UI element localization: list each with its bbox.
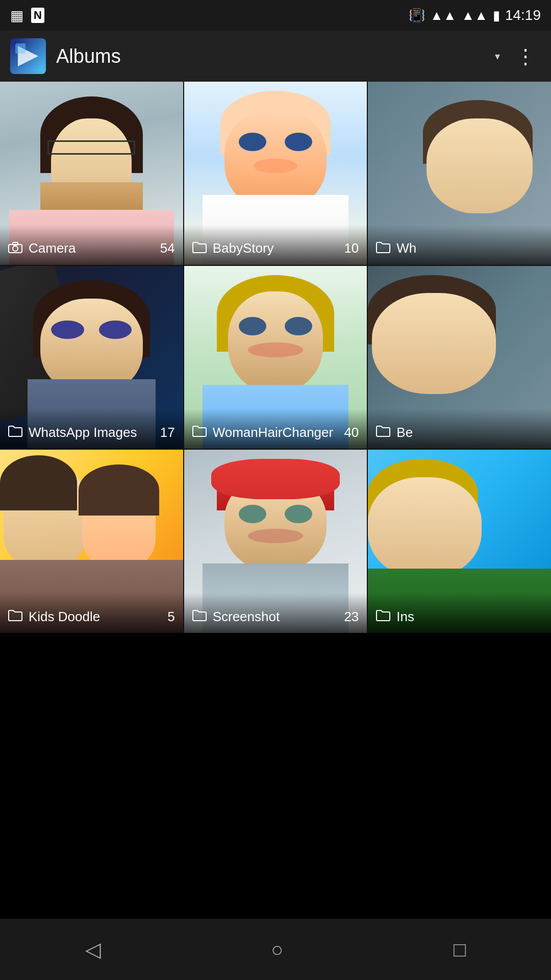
- album-label-kids: Kids Doodle 5: [0, 593, 183, 633]
- time-display: 14:19: [505, 7, 541, 23]
- album-name-whatsapp: WhatsApp Images: [29, 425, 137, 440]
- n-icon: N: [31, 8, 44, 23]
- recent-button[interactable]: □: [454, 938, 466, 961]
- dropdown-arrow[interactable]: ▾: [495, 50, 500, 62]
- albums-grid: Camera 54 BabyStory 10: [0, 82, 551, 633]
- folder-icon-womenhair: [192, 424, 207, 440]
- album-name-babystory: BabyStory: [213, 240, 274, 256]
- folder-icon-ins: [376, 608, 390, 625]
- album-screenshot[interactable]: Screenshot 23: [184, 450, 367, 633]
- album-whatsapp-images[interactable]: WhatsApp Images 17: [0, 266, 183, 449]
- album-count-whatsapp: 17: [160, 425, 175, 440]
- notification-icon: ▦: [10, 7, 23, 24]
- album-name-kids: Kids Doodle: [29, 609, 100, 625]
- svg-point-4: [13, 246, 18, 251]
- album-label-be: Be: [368, 409, 551, 449]
- bottom-nav: ◁ ○ □: [0, 919, 551, 980]
- back-button[interactable]: ◁: [85, 938, 101, 961]
- album-wh-partial[interactable]: Wh: [368, 82, 551, 265]
- signal-icon: ▲▲: [461, 8, 487, 23]
- album-label-babystory: BabyStory 10: [184, 225, 367, 265]
- album-label-whatsapp: WhatsApp Images 17: [0, 409, 183, 449]
- folder-icon-screenshot: [192, 608, 207, 625]
- wifi-icon: ▲▲: [430, 8, 456, 23]
- status-right: 📳 ▲▲ ▲▲ ▮ 14:19: [409, 7, 541, 23]
- status-left: ▦ N: [10, 7, 44, 24]
- album-count-screenshot: 23: [344, 609, 359, 625]
- album-name-be: Be: [396, 425, 413, 440]
- album-label-wh: Wh: [368, 225, 551, 265]
- album-name-screenshot: Screenshot: [213, 609, 280, 625]
- folder-icon-kids: [8, 608, 22, 625]
- app-title: Albums: [56, 45, 490, 67]
- svg-rect-2: [15, 43, 26, 54]
- album-label-screenshot: Screenshot 23: [184, 593, 367, 633]
- album-camera[interactable]: Camera 54: [0, 82, 183, 265]
- album-be-partial[interactable]: Be: [368, 266, 551, 449]
- menu-button[interactable]: ⋮: [510, 39, 541, 73]
- app-bar: Albums ▾ ⋮: [0, 31, 551, 82]
- svg-rect-5: [13, 242, 18, 245]
- album-kids-doodle[interactable]: Kids Doodle 5: [0, 450, 183, 633]
- album-name-ins: Ins: [396, 609, 414, 625]
- camera-icon: [8, 240, 22, 257]
- folder-icon-whatsapp: [8, 424, 22, 440]
- folder-icon-babystory: [192, 240, 207, 257]
- album-babystory[interactable]: BabyStory 10: [184, 82, 367, 265]
- album-label-camera: Camera 54: [0, 225, 183, 265]
- album-name-camera: Camera: [29, 240, 76, 256]
- folder-icon-be: [376, 424, 390, 440]
- album-name-wh: Wh: [396, 240, 416, 256]
- folder-icon-wh: [376, 240, 390, 257]
- album-count-babystory: 10: [344, 240, 359, 256]
- app-icon[interactable]: [10, 38, 46, 74]
- battery-icon: ▮: [493, 8, 500, 23]
- album-count-womenhair: 40: [344, 425, 359, 440]
- vibrate-icon: 📳: [409, 8, 425, 23]
- album-ins-partial[interactable]: Ins: [368, 450, 551, 633]
- album-womanhairchanger[interactable]: WomanHairChanger 40: [184, 266, 367, 449]
- home-button[interactable]: ○: [271, 938, 283, 961]
- album-label-womenhair: WomanHairChanger 40: [184, 409, 367, 449]
- album-count-kids: 5: [167, 609, 174, 625]
- status-bar: ▦ N 📳 ▲▲ ▲▲ ▮ 14:19: [0, 0, 551, 31]
- album-name-womenhair: WomanHairChanger: [213, 425, 334, 440]
- album-count-camera: 54: [160, 240, 175, 256]
- album-label-ins: Ins: [368, 593, 551, 633]
